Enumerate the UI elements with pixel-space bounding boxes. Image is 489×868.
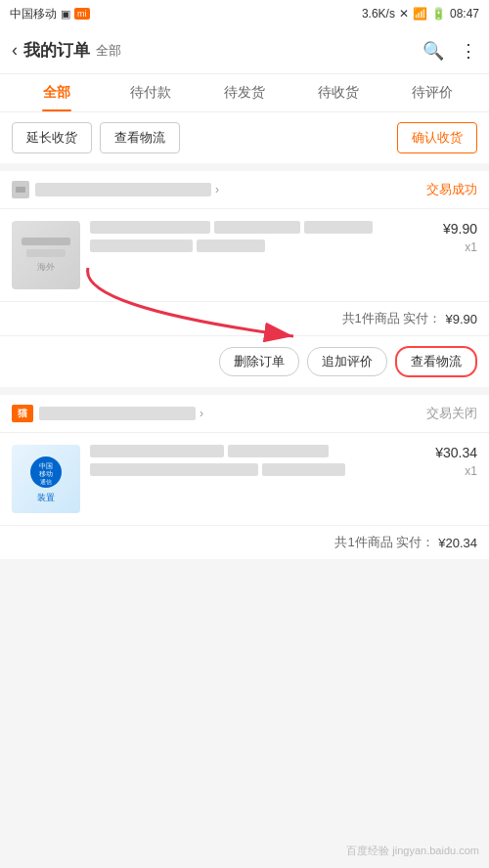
product-desc-row-2: [90, 463, 425, 476]
order-card-1: › 交易成功 海外 ¥9.90 x1 共1件商: [0, 171, 489, 387]
delete-order-button[interactable]: 删除订单: [219, 347, 299, 376]
product-name-blur-2b: [228, 445, 329, 457]
order-status-2: 交易关闭: [426, 405, 477, 422]
shop-chevron-2[interactable]: ›: [200, 407, 203, 420]
header-subtitle: 全部: [96, 42, 121, 60]
tab-pending-ship[interactable]: 待发货: [198, 74, 291, 111]
svg-rect-1: [16, 187, 25, 193]
tab-pending-review[interactable]: 待评价: [385, 74, 479, 111]
order-summary-price-2: ¥20.34: [438, 536, 477, 550]
action-bar: 延长收货 查看物流 确认收货: [0, 112, 489, 171]
product-info-1: [90, 221, 433, 252]
signal-icon: ▣: [61, 8, 70, 21]
product-desc-blur-1b: [197, 239, 265, 252]
page-title: 我的订单: [23, 39, 90, 62]
product-name-row-2: [90, 445, 425, 457]
mi-icon: mi: [74, 8, 90, 20]
product-name-blur-2a: [90, 445, 224, 457]
status-right: 3.6K/s ✕ 📶 🔋 08:47: [362, 7, 479, 21]
shop-name-2: [39, 407, 196, 420]
shop-icon-1: [12, 181, 29, 198]
tab-all[interactable]: 全部: [10, 74, 104, 111]
dnd-icon: ✕: [399, 7, 409, 21]
order-summary-2: 共1件商品 实付： ¥20.34: [0, 525, 489, 559]
shop-name-1: [35, 183, 211, 196]
cm-product-label: 装置: [37, 492, 55, 504]
status-bar: 中国移动 ▣ mi 3.6K/s ✕ 📶 🔋 08:47: [0, 0, 489, 27]
svg-text:中国: 中国: [39, 462, 53, 469]
product-desc-row-1: [90, 239, 433, 252]
product-name-blur-1b: [214, 221, 300, 234]
tab-bar: 全部 待付款 待发货 待收货 待评价: [0, 74, 489, 112]
watermark: 百度经验 jingyan.baidu.com: [346, 844, 479, 858]
order-header-1: › 交易成功: [0, 171, 489, 209]
tab-pending-payment[interactable]: 待付款: [104, 74, 198, 111]
product-name-blur-1a: [90, 221, 210, 234]
product-price-1: ¥9.90: [443, 221, 477, 237]
speed-label: 3.6K/s: [362, 7, 395, 21]
battery-icon: 🔋: [431, 7, 446, 21]
product-qty-1: x1: [465, 240, 477, 254]
product-name-row-1: [90, 221, 433, 234]
order-status-1: 交易成功: [426, 181, 477, 198]
product-qty-2: x1: [465, 464, 477, 478]
view-logistics-button[interactable]: 查看物流: [395, 346, 477, 377]
header: ‹ 我的订单 全部 🔍 ⋮: [0, 27, 489, 74]
product-price-qty-1: ¥9.90 x1: [443, 221, 477, 254]
product-desc-blur-2b: [262, 463, 346, 476]
svg-text:通信: 通信: [40, 479, 52, 485]
view-logistics-top-button[interactable]: 查看物流: [100, 122, 180, 153]
order-summary-text-1: 共1件商品 实付：: [342, 310, 442, 327]
search-icon[interactable]: 🔍: [422, 40, 444, 62]
status-left: 中国移动 ▣ mi: [10, 6, 90, 22]
carrier-label: 中国移动: [10, 6, 57, 22]
product-row-2: 中国 移动 通信 装置 ¥30.34 x1: [0, 433, 489, 525]
product-price-2: ¥30.34: [435, 445, 477, 460]
product-name-blur-1c: [304, 221, 373, 234]
add-review-button[interactable]: 追加评价: [307, 347, 387, 376]
product-row-1: 海外 ¥9.90 x1: [0, 209, 489, 301]
product-info-2: [90, 445, 425, 476]
product-desc-blur-1a: [90, 239, 193, 252]
order-actions-1: 删除订单 追加评价 查看物流: [0, 335, 489, 387]
back-button[interactable]: ‹: [12, 40, 18, 61]
header-icons: 🔍 ⋮: [422, 40, 477, 62]
extend-receipt-button[interactable]: 延长收货: [12, 122, 92, 153]
tmall-icon: 猫: [12, 405, 33, 422]
order-summary-text-2: 共1件商品 实付：: [334, 534, 434, 551]
tab-pending-receive[interactable]: 待收货: [291, 74, 385, 111]
time-label: 08:47: [450, 7, 479, 21]
product-price-qty-2: ¥30.34 x1: [435, 445, 477, 478]
product-image-1: 海外: [12, 221, 80, 289]
product-desc-blur-2a: [90, 463, 258, 476]
order-summary-price-1: ¥9.90: [445, 312, 477, 326]
order-summary-1: 共1件商品 实付： ¥9.90: [0, 301, 489, 335]
order-card-2: 猫 › 交易关闭 中国 移动 通信 装置 ¥30.34: [0, 395, 489, 559]
svg-text:移动: 移动: [39, 470, 53, 477]
more-icon[interactable]: ⋮: [460, 40, 477, 62]
order-header-2: 猫 › 交易关闭: [0, 395, 489, 433]
cm-logo-svg: 中国 移动 通信: [28, 455, 64, 490]
product-image-2: 中国 移动 通信 装置: [12, 445, 80, 513]
wifi-icon: 📶: [413, 7, 427, 21]
shop-chevron-1[interactable]: ›: [215, 183, 219, 196]
confirm-receipt-button[interactable]: 确认收货: [397, 122, 477, 153]
